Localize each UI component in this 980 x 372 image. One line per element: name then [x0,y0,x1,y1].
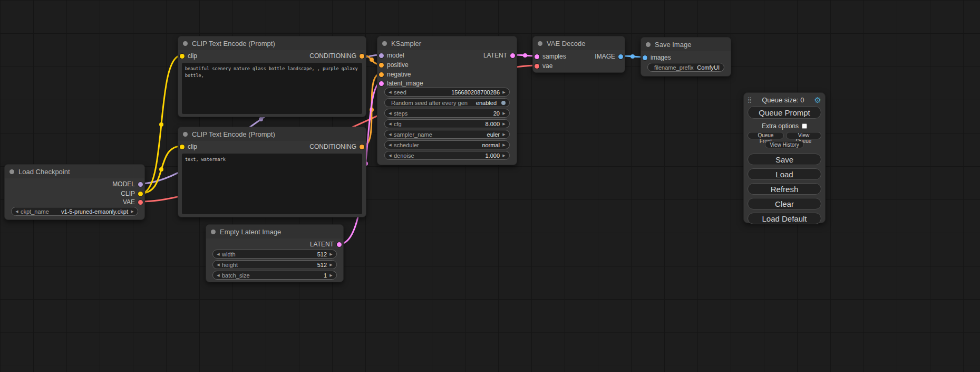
collapse-dot-icon[interactable] [183,41,188,46]
collapse-dot-icon[interactable] [9,169,14,174]
vae-port-icon[interactable] [535,64,539,69]
node-ksampler[interactable]: KSampler model positive negative latent_… [377,36,517,165]
negative-prompt-textarea[interactable]: text, watermark [182,154,362,214]
toggle-dot-icon[interactable] [501,101,506,105]
latent-port-icon[interactable] [535,54,539,59]
node-title-bar[interactable]: Empty Latent Image [206,225,343,239]
node-title-bar[interactable]: KSampler [377,36,517,50]
widget-height[interactable]: ◀ height 512 ▶ [212,260,337,269]
decrement-arrow-icon[interactable]: ◀ [387,90,393,94]
widget-cfg[interactable]: ◀ cfg 8.000 ▶ [384,119,510,128]
vae-port-icon[interactable] [138,200,143,205]
extra-options-checkbox[interactable] [802,123,807,129]
load-default-button[interactable]: Load Default [748,213,821,224]
model-port-icon[interactable] [379,53,384,58]
clear-button[interactable]: Clear [748,198,821,209]
latent-port-icon[interactable] [337,242,342,247]
image-port-icon[interactable] [618,54,623,59]
node-title-bar[interactable]: VAE Decode [533,36,625,50]
conditioning-port-icon[interactable] [360,54,364,59]
settings-gear-icon[interactable]: ⚙ [814,96,821,104]
clip-port-icon[interactable] [180,145,185,149]
node-title-bar[interactable]: CLIP Text Encode (Prompt) [178,36,366,50]
latent-port-icon[interactable] [379,81,384,86]
collapse-dot-icon[interactable] [646,42,651,47]
widget-scheduler[interactable]: ◀ scheduler normal ▶ [384,140,510,149]
collapse-dot-icon[interactable] [211,230,216,234]
port-label: positive [387,61,409,69]
node-vae-decode[interactable]: VAE Decode samples vae IMAGE [532,36,625,73]
decrement-arrow-icon[interactable]: ◀ [387,143,393,147]
view-queue-button[interactable]: View Queue [786,132,821,139]
decrement-arrow-icon[interactable]: ◀ [14,209,20,213]
queue-prompt-button[interactable]: Queue Prompt [748,106,821,119]
port-images-in: images [643,54,671,61]
conditioning-port-icon[interactable] [379,72,384,77]
increment-arrow-icon[interactable]: ▶ [501,90,507,94]
decrement-arrow-icon[interactable]: ◀ [387,111,393,115]
widget-denoise[interactable]: ◀ denoise 1.000 ▶ [384,151,510,160]
decrement-arrow-icon[interactable]: ◀ [216,252,221,256]
node-title-bar[interactable]: Load Checkpoint [5,165,144,178]
increment-arrow-icon[interactable]: ▶ [501,111,507,115]
node-load-checkpoint[interactable]: Load Checkpoint MODEL CLIP VAE ◀ ckpt_na… [4,164,145,220]
drag-handle-icon[interactable]: ⣿ [748,97,752,103]
widget-batch-size[interactable]: ◀ batch_size 1 ▶ [212,271,337,280]
increment-arrow-icon[interactable]: ▶ [328,273,334,277]
node-clip-text-encode-negative[interactable]: CLIP Text Encode (Prompt) clip CONDITION… [178,127,366,217]
node-title: VAE Decode [547,40,585,47]
decrement-arrow-icon[interactable]: ◀ [387,154,393,157]
collapse-dot-icon[interactable] [538,41,542,46]
queue-front-button[interactable]: Queue Front [748,132,784,139]
view-history-button[interactable]: View History [765,141,803,148]
widget-seed[interactable]: ◀ seed 156680208700286 ▶ [384,88,510,97]
port-clip-in: clip [180,143,197,150]
port-label: VAE [123,198,135,206]
positive-prompt-textarea[interactable]: beautiful scenery nature glass bottle la… [182,63,362,114]
collapse-dot-icon[interactable] [382,41,387,46]
image-port-icon[interactable] [643,55,647,60]
decrement-arrow-icon[interactable]: ◀ [387,122,393,126]
port-latent-image-in: latent_image [379,80,423,87]
clip-port-icon[interactable] [138,192,143,196]
widget-steps[interactable]: ◀ steps 20 ▶ [384,109,510,118]
node-empty-latent-image[interactable]: Empty Latent Image LATENT ◀ width 512 ▶ … [206,224,344,282]
node-title-bar[interactable]: Save Image [641,37,731,51]
port-label: CONDITIONING [309,143,356,150]
decrement-arrow-icon[interactable]: ◀ [387,132,393,136]
collapse-dot-icon[interactable] [183,132,188,137]
refresh-button[interactable]: Refresh [748,183,821,195]
queue-panel-header[interactable]: ⣿ Queue size: 0 ⚙ [748,95,821,104]
conditioning-port-icon[interactable] [360,145,364,149]
widget-random-seed-toggle[interactable]: Random seed after every gen enabled [384,98,510,107]
save-button[interactable]: Save [748,154,821,165]
increment-arrow-icon[interactable]: ▶ [130,209,135,213]
node-title-bar[interactable]: CLIP Text Encode (Prompt) [178,127,366,141]
port-clip-out: CLIP [121,190,143,197]
port-model-in: model [379,52,404,59]
increment-arrow-icon[interactable]: ▶ [328,252,334,256]
node-clip-text-encode-positive[interactable]: CLIP Text Encode (Prompt) clip CONDITION… [178,36,366,117]
port-label: IMAGE [595,53,615,60]
decrement-arrow-icon[interactable]: ◀ [216,263,221,266]
widget-width[interactable]: ◀ width 512 ▶ [212,250,337,259]
increment-arrow-icon[interactable]: ▶ [328,263,334,266]
model-port-icon[interactable] [138,182,143,187]
node-save-image[interactable]: Save Image images filename_prefix ComfyU… [641,37,731,77]
decrement-arrow-icon[interactable]: ◀ [216,273,221,277]
load-button[interactable]: Load [748,168,821,180]
widget-sampler-name[interactable]: ◀ sampler_name euler ▶ [384,130,510,139]
conditioning-port-icon[interactable] [379,63,384,68]
latent-port-icon[interactable] [510,53,515,58]
increment-arrow-icon[interactable]: ▶ [501,154,507,157]
increment-arrow-icon[interactable]: ▶ [501,143,507,147]
node-title: Save Image [655,41,691,49]
port-model-out: MODEL [112,180,143,188]
port-label: CLIP [121,190,135,197]
increment-arrow-icon[interactable]: ▶ [501,122,507,126]
widget-ckpt-name[interactable]: ◀ ckpt_name v1-5-pruned-emaonly.ckpt ▶ [11,207,138,216]
increment-arrow-icon[interactable]: ▶ [501,132,507,136]
clip-port-icon[interactable] [180,54,185,59]
widget-filename-prefix[interactable]: filename_prefix ComfyUI [647,63,724,72]
port-clip-in: clip [180,52,197,60]
